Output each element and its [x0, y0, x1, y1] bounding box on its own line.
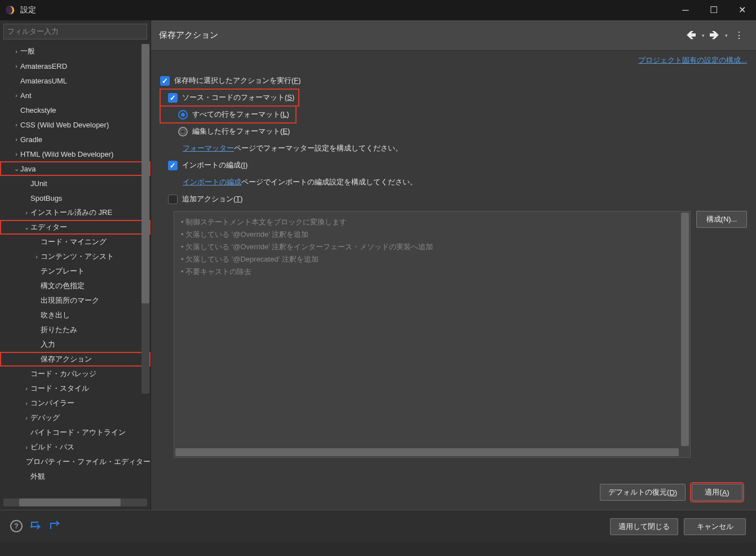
checkbox-checked-icon: ✓: [168, 93, 178, 103]
tree-item--[interactable]: 出現箇所のマーク: [0, 293, 151, 308]
tree-item-ant[interactable]: ›Ant: [0, 88, 151, 103]
tree-item--jre[interactable]: ›インストール済みの JRE: [0, 205, 151, 220]
tree-item--[interactable]: 吹き出し: [0, 308, 151, 323]
expand-chevron-icon: ›: [12, 121, 20, 128]
perform-on-save-row[interactable]: ✓ 保存時に選択したアクションを実行(F): [160, 72, 747, 89]
list-vertical-scrollbar[interactable]: [681, 213, 689, 446]
tree-item-html-wild-web-developer-[interactable]: ›HTML (Wild Web Developer): [0, 147, 151, 161]
tree-item-label: プロパティー・ファイル・エディター: [26, 457, 151, 467]
cancel-button[interactable]: キャンセル: [684, 518, 746, 535]
formatter-tail-text: ページでフォーマッター設定を構成してください。: [234, 143, 403, 153]
additional-action-item: 欠落している '@Override' 注釈をインターフェース・メソッドの実装へ追…: [181, 241, 683, 253]
content-pane: 保存アクション 🡸▾ 🡺▾ ⋮ プロジェクト固有の設定の構成... ✓ 保存時に…: [151, 20, 756, 510]
imports-link[interactable]: インポートの編成: [183, 177, 241, 187]
tree-item--[interactable]: ›デバッグ: [0, 411, 151, 425]
format-all-lines-row[interactable]: すべての行をフォーマット(L): [160, 106, 296, 123]
formatter-link[interactable]: フォーマッター: [183, 143, 234, 153]
apply-button[interactable]: 適用(A): [692, 484, 742, 501]
tree-item-label: AmaterasUML: [20, 77, 67, 85]
apply-and-close-button[interactable]: 適用して閉じる: [610, 518, 678, 535]
checkbox-checked-icon: ✓: [168, 161, 178, 170]
list-horizontal-scrollbar[interactable]: [175, 448, 679, 456]
tree-item--[interactable]: バイトコード・アウトライン: [0, 425, 151, 440]
tree-item-label: 一般: [20, 46, 35, 56]
expand-chevron-icon: ›: [23, 385, 30, 392]
additional-actions-row[interactable]: 追加アクション(T): [160, 191, 747, 208]
expand-chevron-icon: ›: [12, 136, 20, 143]
tree-item-label: コンテンツ・アシスト: [41, 251, 114, 262]
close-button[interactable]: ✕: [728, 0, 756, 20]
restore-defaults-button[interactable]: デフォルトの復元(D): [600, 484, 686, 501]
tree-item-java[interactable]: ⌄Java: [0, 161, 151, 176]
nav-forward-button[interactable]: 🡺: [707, 29, 722, 41]
tree-item--[interactable]: ›コンテンツ・アシスト: [0, 249, 151, 264]
radio-selected-icon: [178, 110, 188, 120]
tree-item--[interactable]: テンプレート: [0, 264, 151, 279]
tree-item--[interactable]: ›ビルド・パス: [0, 440, 151, 454]
expand-chevron-icon: ⌄: [23, 224, 30, 231]
titlebar: 設定 ─ ☐ ✕: [0, 0, 756, 20]
tree-vertical-scrollbar[interactable]: [142, 44, 149, 394]
format-edited-lines-row[interactable]: 編集した行をフォーマット(E): [160, 123, 747, 140]
tree-item--[interactable]: プロパティー・ファイル・エディター: [0, 454, 151, 469]
sidebar: フィルター入力 ›一般›AmaterasERDAmaterasUML›AntCh…: [0, 20, 151, 510]
perform-on-save-label: 保存時に選択したアクションを実行(F): [174, 76, 301, 86]
tree-item-label: Ant: [20, 91, 32, 100]
expand-chevron-icon: ›: [23, 414, 30, 421]
filter-input[interactable]: フィルター入力: [3, 24, 147, 39]
tree-item-css-wild-web-developer-[interactable]: ›CSS (Wild Web Developer): [0, 117, 151, 132]
tree-item-label: コード・スタイル: [30, 383, 89, 394]
tree-item--[interactable]: コード・カバレッジ: [0, 367, 151, 381]
nav-back-button[interactable]: 🡸: [684, 29, 698, 41]
help-icon[interactable]: ?: [10, 520, 23, 532]
expand-chevron-icon: ›: [23, 400, 30, 407]
tree-item-label: エディター: [30, 222, 67, 232]
tree-item-checkstyle[interactable]: Checkstyle: [0, 103, 151, 117]
tree-item--[interactable]: 入力: [0, 337, 151, 352]
tree-item-label: 入力: [41, 339, 55, 350]
format-source-row[interactable]: ✓ ソース・コードのフォーマット(S): [160, 89, 299, 106]
minimize-button[interactable]: ─: [671, 0, 700, 20]
project-specific-link[interactable]: プロジェクト固有の設定の構成...: [160, 55, 747, 65]
tree-item-label: コード・マイニング: [41, 237, 107, 247]
tree-item--[interactable]: 折りたたみ: [0, 323, 151, 337]
tree-item-label: バイトコード・アウトライン: [30, 427, 126, 438]
tree-item-gradle[interactable]: ›Gradle: [0, 132, 151, 147]
tree-item--[interactable]: 構文の色指定: [0, 279, 151, 293]
additional-action-item: 欠落している '@Override' 注釈を追加: [181, 228, 683, 241]
configure-button[interactable]: 構成(N)...: [696, 211, 747, 228]
tree-item-amaterasuml[interactable]: AmaterasUML: [0, 73, 151, 88]
export-icon[interactable]: [48, 520, 61, 533]
chevron-down-icon[interactable]: ▾: [702, 33, 705, 38]
tree-item--[interactable]: ›コード・スタイル: [0, 381, 151, 396]
tree-item--[interactable]: ⌄エディター: [0, 220, 151, 235]
chevron-down-icon[interactable]: ▾: [725, 33, 728, 38]
tree-item-label: 吹き出し: [41, 310, 70, 320]
tree-item--[interactable]: 保存アクション: [0, 352, 151, 367]
tree-horizontal-scrollbar[interactable]: [3, 498, 147, 506]
page-buttons: デフォルトの復元(D) 適用(A): [160, 475, 747, 510]
tree-item--[interactable]: 外観: [0, 469, 151, 484]
format-all-lines-label: すべての行をフォーマット(L): [192, 109, 289, 120]
tree-item-label: コード・カバレッジ: [30, 369, 96, 379]
tree-item-amateraserd[interactable]: ›AmaterasERD: [0, 59, 151, 73]
tree-item--[interactable]: コード・マイニング: [0, 235, 151, 249]
expand-chevron-icon: ›: [23, 444, 30, 451]
tree-item-spotbugs[interactable]: SpotBugs: [0, 191, 151, 205]
expand-chevron-icon: ›: [12, 92, 20, 99]
tree-item-label: JUnit: [30, 179, 47, 188]
tree-item-junit[interactable]: JUnit: [0, 176, 151, 191]
checkbox-unchecked-icon: [168, 195, 178, 204]
import-icon[interactable]: [29, 520, 42, 533]
tree-item--[interactable]: ›コンパイラー: [0, 396, 151, 411]
additional-actions-list[interactable]: 制御ステートメント本文をブロックに変換します欠落している '@Override'…: [174, 211, 691, 458]
additional-action-item: 制御ステートメント本文をブロックに変換します: [181, 216, 683, 228]
format-edited-lines-label: 編集した行をフォーマット(E): [192, 126, 290, 136]
tree-item--[interactable]: ›一般: [0, 44, 151, 59]
menu-button[interactable]: ⋮: [730, 30, 748, 41]
organize-imports-row[interactable]: ✓ インポートの編成(I): [160, 157, 747, 174]
additional-actions-label: 追加アクション(T): [182, 194, 243, 204]
imports-tail-text: ページでインポートの編成設定を構成してください。: [241, 177, 417, 187]
expand-chevron-icon: ⌄: [12, 165, 20, 173]
maximize-button[interactable]: ☐: [700, 0, 728, 20]
